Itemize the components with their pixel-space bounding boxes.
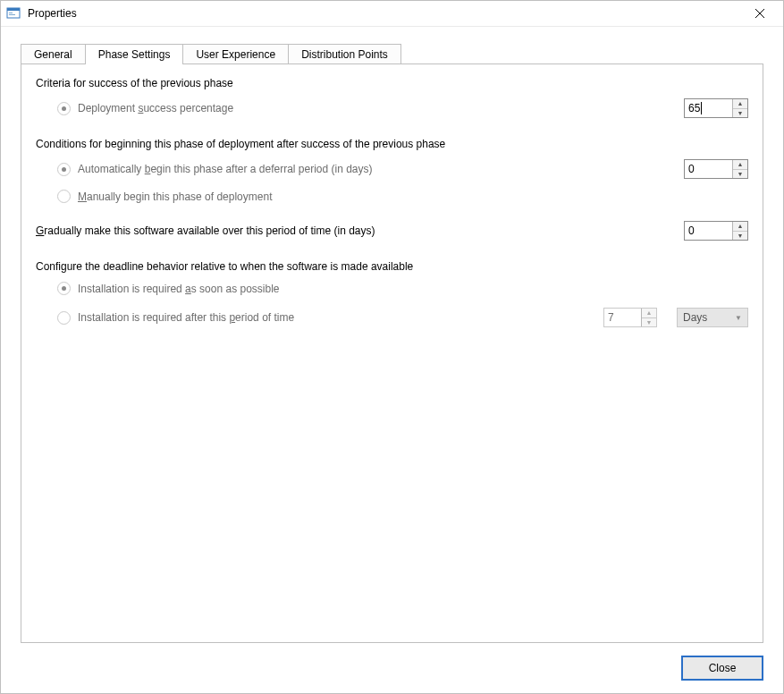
phase-settings-panel: Criteria for success of the previous pha…	[21, 63, 763, 643]
spinner-down-icon[interactable]: ▼	[733, 170, 747, 179]
auto-begin-value[interactable]: 0	[685, 160, 732, 178]
svg-rect-1	[7, 8, 20, 11]
spinner-down-icon[interactable]: ▼	[733, 232, 747, 241]
deployment-success-label: Deployment success percentage	[78, 102, 233, 114]
tab-user-experience[interactable]: User Experience	[183, 44, 289, 64]
properties-window: Properties General Phase Settings User E…	[0, 0, 784, 694]
auto-begin-spinner[interactable]: 0 ▲ ▼	[684, 159, 748, 179]
gradual-label: Gradually make this software available o…	[36, 224, 375, 237]
auto-begin-radio	[57, 163, 71, 176]
tabstrip: General Phase Settings User Experience D…	[1, 27, 783, 63]
install-asap-row: Installation is required as soon as poss…	[36, 282, 748, 295]
close-button[interactable]: Close	[681, 656, 763, 681]
deployment-success-row: Deployment success percentage 65 ▲ ▼	[36, 98, 748, 118]
spinner-up-icon[interactable]: ▲	[733, 99, 747, 109]
svg-rect-3	[9, 14, 15, 15]
spinner-up-icon[interactable]: ▲	[733, 222, 747, 232]
chevron-down-icon: ▼	[735, 314, 742, 322]
gradual-spinner[interactable]: 0 ▲ ▼	[684, 221, 748, 241]
install-after-unit-combo: Days ▼	[677, 308, 748, 327]
gradual-row: Gradually make this software available o…	[36, 221, 748, 241]
conditions-heading: Conditions for beginning this phase of d…	[36, 138, 748, 150]
install-after-spinner: 7 ▲ ▼	[603, 308, 657, 327]
tab-general[interactable]: General	[21, 44, 86, 64]
spinner-up-icon: ▲	[642, 309, 656, 318]
tab-distribution-points[interactable]: Distribution Points	[289, 44, 401, 64]
titlebar: Properties	[1, 1, 783, 27]
criteria-heading: Criteria for success of the previous pha…	[36, 77, 748, 89]
install-after-row: Installation is required after this peri…	[36, 308, 748, 327]
spinner-down-icon[interactable]: ▼	[733, 109, 747, 118]
deployment-success-spinner[interactable]: 65 ▲ ▼	[684, 98, 748, 118]
dialog-footer: Close	[1, 643, 783, 693]
manual-begin-row: Manually begin this phase of deployment	[36, 190, 748, 203]
deadline-heading: Configure the deadline behavior relative…	[36, 260, 748, 273]
install-asap-radio	[57, 282, 71, 295]
spinner-up-icon[interactable]: ▲	[733, 160, 747, 170]
manual-begin-label: Manually begin this phase of deployment	[78, 190, 272, 203]
tab-phase-settings[interactable]: Phase Settings	[86, 44, 184, 64]
install-after-value: 7	[604, 309, 641, 326]
deployment-success-radio	[57, 102, 71, 115]
app-icon	[6, 6, 21, 21]
auto-begin-label: Automatically begin this phase after a d…	[78, 163, 373, 175]
install-asap-label: Installation is required as soon as poss…	[78, 283, 280, 295]
svg-rect-2	[9, 13, 13, 13]
manual-begin-radio	[57, 190, 71, 203]
install-after-radio	[57, 311, 71, 325]
gradual-value[interactable]: 0	[685, 222, 732, 240]
spinner-down-icon: ▼	[642, 318, 656, 327]
install-after-unit-value: Days	[683, 311, 735, 324]
deployment-success-value[interactable]: 65	[685, 99, 732, 117]
window-title: Properties	[28, 7, 742, 20]
install-after-label: Installation is required after this peri…	[78, 311, 294, 324]
auto-begin-row: Automatically begin this phase after a d…	[36, 159, 748, 179]
window-close-button[interactable]	[742, 2, 778, 25]
close-icon	[754, 8, 765, 19]
